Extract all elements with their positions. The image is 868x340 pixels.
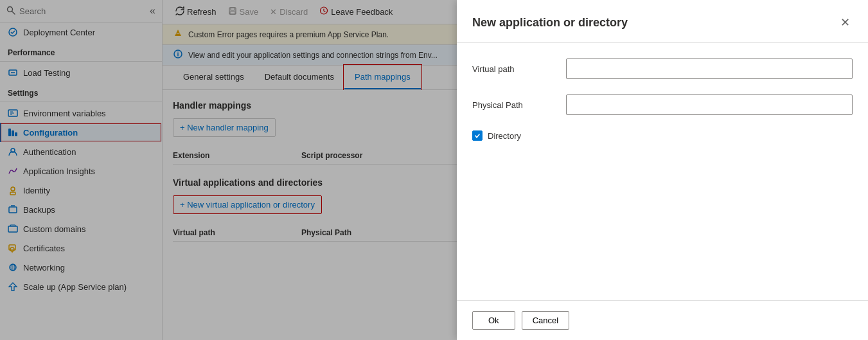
dialog-body: Virtual path Physical Path Directory xyxy=(457,43,868,300)
virtual-path-label: Virtual path xyxy=(472,64,556,74)
physical-path-group: Physical Path xyxy=(472,94,853,115)
dialog-cancel-button[interactable]: Cancel xyxy=(522,311,569,330)
directory-label: Directory xyxy=(488,131,521,141)
dialog-footer: Ok Cancel xyxy=(457,300,868,340)
directory-checkbox[interactable] xyxy=(472,130,483,141)
new-application-dialog: New application or directory ✕ Virtual p… xyxy=(457,0,868,340)
cancel-label: Cancel xyxy=(533,316,558,325)
directory-checkbox-group: Directory xyxy=(472,130,853,141)
virtual-path-group: Virtual path xyxy=(472,58,853,79)
ok-label: Ok xyxy=(488,316,499,325)
dialog-ok-button[interactable]: Ok xyxy=(472,311,515,330)
dialog-close-button[interactable]: ✕ xyxy=(838,13,853,32)
virtual-path-input[interactable] xyxy=(566,58,853,79)
physical-path-input[interactable] xyxy=(566,94,853,115)
dialog-header: New application or directory ✕ xyxy=(457,0,868,43)
dialog-title: New application or directory xyxy=(472,16,628,30)
physical-path-label: Physical Path xyxy=(472,100,556,110)
dialog-overlay: New application or directory ✕ Virtual p… xyxy=(0,0,868,340)
